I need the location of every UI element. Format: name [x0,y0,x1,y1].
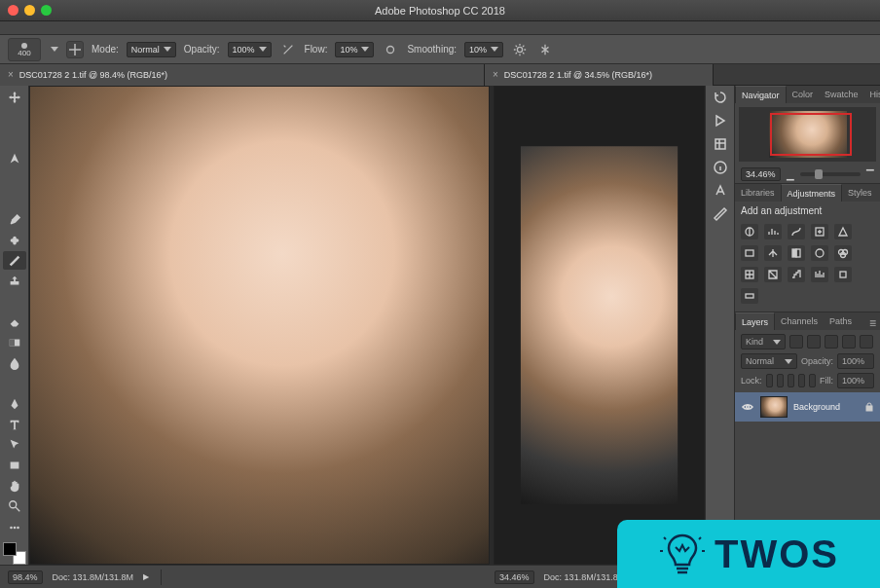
zoom-in-icon[interactable]: ▔ [866,169,874,180]
styles-tab[interactable]: Styles [842,184,878,202]
gradient-tool[interactable] [3,334,26,352]
document-tab-2[interactable]: × DSC01728 2 1.tif @ 34.5% (RGB/16*) [485,64,714,86]
filter-smart-icon[interactable] [860,335,873,349]
quick-select-tool[interactable] [3,149,26,167]
dodge-tool[interactable] [3,375,26,393]
canvas-2[interactable] [495,87,704,564]
layer-filter-kind-dropdown[interactable]: Kind [741,334,786,349]
status-docinfo-2[interactable]: Doc: 131.8M/131.8M [544,572,626,582]
navigator-thumbnail[interactable] [739,107,876,162]
brush-preset-picker[interactable]: 400 [8,38,41,61]
layers-tab[interactable]: Layers [735,312,775,330]
slider-knob[interactable] [815,169,823,179]
lock-transparency-icon[interactable] [766,374,773,387]
document-view-2[interactable] [494,86,705,565]
black-white-icon[interactable] [788,245,805,261]
libraries-tab[interactable]: Libraries [735,184,781,202]
flow-field[interactable]: 10% [335,42,374,57]
layer-row-background[interactable]: Background [735,392,880,422]
adjustments-tab[interactable]: Adjustments [781,184,843,202]
crop-tool[interactable] [3,169,26,188]
brush-panel-icon[interactable] [713,206,728,224]
posterize-icon[interactable] [788,267,805,282]
channel-mixer-icon[interactable] [834,245,852,261]
lock-artboard-icon[interactable] [798,374,805,387]
hue-saturation-icon[interactable] [741,245,758,261]
panel-menu-icon[interactable]: ≡ [865,316,880,330]
navigator-tab[interactable]: Navigator [735,86,787,103]
canvas-1[interactable] [30,87,489,564]
navigator-zoom-field[interactable]: 34.46% [741,167,781,181]
pen-tool[interactable] [3,395,26,414]
airbrush-icon[interactable] [382,41,399,58]
lock-image-icon[interactable] [777,374,784,387]
navigator-zoom-slider[interactable] [800,172,861,176]
document-tab-1[interactable]: × DSC01728 2 1.tif @ 98.4% (RGB/16*) [0,64,485,86]
layer-name[interactable]: Background [793,402,859,412]
zoom-out-icon[interactable]: ▁ [787,169,794,180]
actions-panel-icon[interactable] [713,113,728,130]
clone-stamp-tool[interactable] [3,272,26,290]
blend-mode-dropdown[interactable]: Normal [741,353,797,369]
status-zoom-2[interactable]: 34.46% [495,570,534,584]
swatches-tab[interactable]: Swatche [819,86,864,103]
smoothing-settings-gear-icon[interactable] [511,41,529,58]
rectangle-tool[interactable] [3,457,26,475]
selective-color-icon[interactable] [834,267,852,282]
invert-icon[interactable] [764,267,782,282]
symmetry-icon[interactable] [536,41,554,58]
type-tool[interactable] [3,416,26,434]
histogram-tab[interactable]: Histogra [864,86,880,103]
hand-tool[interactable] [3,477,26,496]
status-docinfo-1[interactable]: Doc: 131.8M/131.8M [53,572,134,582]
close-tab-icon[interactable]: × [493,69,498,80]
color-lookup-icon[interactable] [741,267,758,282]
lock-all-icon[interactable] [809,374,816,387]
healing-brush-tool[interactable] [3,231,26,249]
vibrance-icon[interactable] [834,224,852,239]
foreground-color-swatch[interactable] [3,542,17,556]
channels-tab[interactable]: Channels [775,312,824,330]
character-panel-icon[interactable] [713,183,728,201]
color-tab[interactable]: Color [787,86,820,103]
layer-visibility-toggle[interactable] [741,400,754,414]
status-zoom-1[interactable]: 98.4% [8,570,43,584]
levels-icon[interactable] [764,224,782,239]
document-view-1[interactable] [29,86,490,565]
blur-tool[interactable] [3,354,26,373]
opacity-field[interactable]: 100% [228,42,272,57]
brush-settings-toggle[interactable] [66,41,84,58]
filter-pixel-icon[interactable] [789,335,803,349]
layer-fill-field[interactable]: 100% [837,373,874,388]
filter-type-icon[interactable] [825,335,838,349]
lock-position-icon[interactable] [788,374,794,387]
eyedropper-tool[interactable] [3,210,26,229]
frame-tool[interactable] [3,190,26,208]
layer-thumbnail[interactable] [760,396,788,418]
edit-toolbar-button[interactable] [3,518,26,536]
curves-icon[interactable] [788,224,805,239]
threshold-icon[interactable] [811,267,828,282]
layer-opacity-field[interactable]: 100% [837,353,874,369]
filter-adjustment-icon[interactable] [807,335,821,349]
filter-shape-icon[interactable] [842,335,856,349]
move-tool[interactable] [3,88,26,106]
application-menubar[interactable] [0,21,880,35]
marquee-tool[interactable] [3,108,26,127]
paths-tab[interactable]: Paths [824,312,858,330]
close-tab-icon[interactable]: × [8,69,14,80]
navigator-view-box[interactable] [770,113,852,156]
path-select-tool[interactable] [3,436,26,455]
lasso-tool[interactable] [3,129,26,147]
properties-panel-icon[interactable] [713,136,728,154]
brush-tool[interactable] [3,251,26,270]
color-swatches[interactable] [3,542,26,565]
info-panel-icon[interactable] [713,160,728,177]
smoothing-field[interactable]: 10% [464,42,503,57]
pressure-opacity-icon[interactable] [279,41,297,58]
brightness-contrast-icon[interactable] [741,224,758,239]
photo-filter-icon[interactable] [811,245,828,261]
history-panel-icon[interactable] [713,90,728,107]
zoom-tool[interactable] [3,497,26,516]
chevron-down-icon[interactable] [51,47,58,52]
